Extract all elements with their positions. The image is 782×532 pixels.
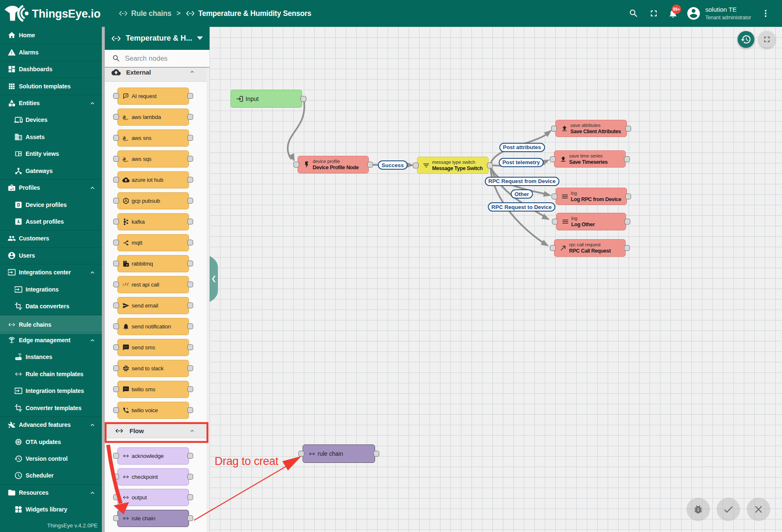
svg-text:://_: ://_ (122, 283, 129, 287)
svg-text:a: a (123, 134, 126, 141)
svg-text:a: a (123, 155, 126, 162)
svg-text:a: a (123, 113, 126, 120)
